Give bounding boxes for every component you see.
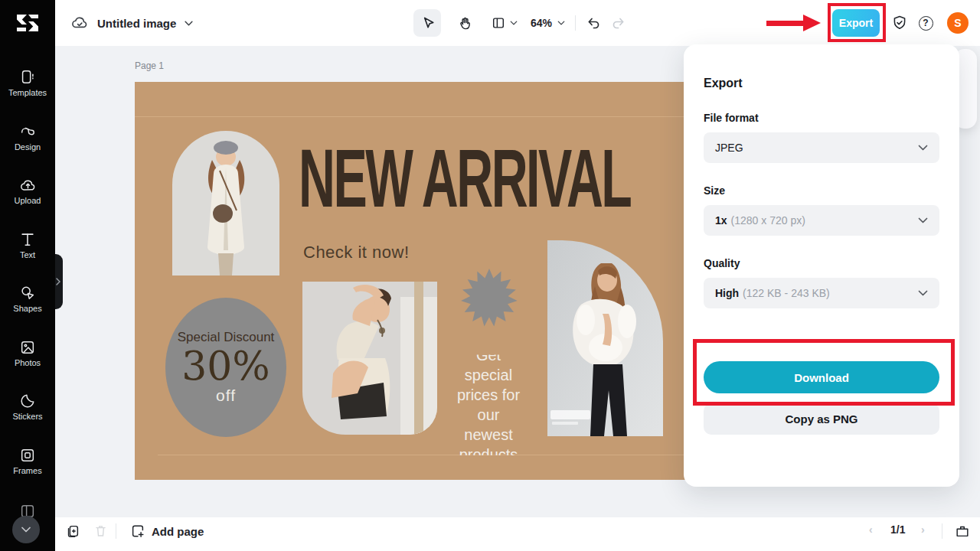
sidebar-item-frames[interactable]: Frames — [0, 447, 55, 475]
promo-line-partial: products — [441, 445, 536, 455]
prev-page-button[interactable]: ‹ — [869, 523, 873, 536]
canvas-ratio-icon — [492, 16, 505, 30]
bottombar-divider — [116, 523, 116, 539]
pagination-divider — [942, 523, 942, 539]
capcut-logo-icon — [15, 13, 41, 33]
stock-watermark — [550, 410, 590, 419]
sidebar-item-text[interactable]: Text — [0, 231, 55, 259]
hand-tool-button[interactable] — [451, 9, 479, 37]
shield-check-icon — [891, 15, 908, 31]
undo-button[interactable] — [586, 15, 601, 31]
size-dropdown[interactable]: 1x (980 x 551 px) — [704, 205, 939, 236]
question-icon: ? — [919, 16, 933, 31]
quality-detail: (122 KB - 243 KB) — [743, 287, 830, 299]
promo-line: our — [441, 405, 536, 425]
safety-shield-button[interactable] — [890, 14, 909, 32]
promo-line: special — [441, 365, 536, 385]
ratio-chevron-down-icon — [510, 21, 518, 25]
user-avatar[interactable]: S — [947, 12, 969, 34]
chevron-down-icon — [918, 145, 928, 151]
add-page-button[interactable]: Add page — [130, 523, 204, 539]
upload-icon — [19, 177, 37, 194]
sidebar-item-shapes[interactable]: Shapes — [0, 285, 55, 313]
design-icon — [19, 123, 36, 140]
present-button[interactable] — [955, 523, 970, 539]
stickers-icon — [19, 393, 36, 409]
size-detail: (980 x 551 px) — [731, 214, 805, 227]
design-headline: NEW ARRIVAL — [299, 135, 630, 221]
size-value: 1x — [715, 214, 727, 227]
annotation-box-download — [693, 339, 955, 406]
file-format-value: JPEG — [715, 142, 743, 154]
file-format-dropdown[interactable]: JPEG — [704, 132, 939, 163]
photo-man-sitting — [302, 282, 437, 435]
title-chevron-down-icon[interactable] — [185, 21, 193, 26]
redo-button[interactable] — [611, 15, 626, 31]
next-page-button[interactable]: › — [921, 523, 925, 536]
page-label: Page 1 — [135, 60, 164, 71]
add-page-icon — [130, 523, 145, 539]
annotation-box-export — [828, 3, 886, 42]
sidebar-scroll-down-button[interactable] — [12, 516, 40, 543]
starburst-shape — [459, 269, 519, 328]
frames-icon — [19, 447, 36, 464]
page-indicator: 1/1 — [890, 523, 905, 536]
promo-line: Get — [441, 345, 536, 365]
quality-value: High — [715, 287, 739, 299]
toolbar-divider — [575, 15, 576, 31]
export-panel-title: Export — [704, 77, 939, 90]
zoom-control[interactable]: 64% — [531, 17, 565, 29]
present-icon — [955, 523, 970, 539]
resize-canvas-button[interactable] — [488, 9, 521, 37]
annotation-arrow — [766, 21, 805, 26]
file-format-label: File format — [704, 112, 939, 124]
sidebar-item-templates[interactable]: Templates — [0, 69, 55, 97]
discount-ellipse: Special Discount 30% off — [165, 298, 286, 437]
help-button[interactable]: ? — [916, 14, 935, 32]
delete-page-button[interactable] — [93, 523, 108, 538]
zoom-level: 64% — [531, 17, 552, 29]
promo-text: Get special prices for our newest produc… — [441, 345, 536, 455]
shapes-icon — [19, 285, 36, 302]
quality-label: Quality — [704, 257, 939, 269]
templates-icon — [19, 69, 36, 86]
annotation-arrow-head — [803, 15, 821, 31]
capcut-logo[interactable] — [0, 0, 55, 46]
sidebar-item-photos[interactable]: Photos — [0, 339, 55, 367]
hand-icon — [458, 16, 472, 31]
document-title[interactable]: Untitled image — [97, 17, 176, 30]
text-icon — [19, 231, 36, 248]
discount-line2: off — [216, 386, 236, 405]
copy-as-png-button[interactable]: Copy as PNG — [704, 403, 939, 435]
cursor-icon — [420, 16, 435, 31]
promo-line: prices for — [441, 385, 536, 405]
photos-icon — [19, 339, 36, 356]
design-subheadline: Check it now! — [303, 243, 410, 262]
sidebar-item-design[interactable]: Design — [0, 123, 55, 152]
trash-icon — [93, 523, 108, 538]
chevron-down-icon — [918, 290, 928, 296]
sidebar-item-stickers[interactable]: Stickers — [0, 393, 55, 421]
photo-woman-beret — [172, 131, 279, 276]
photo-woman-fur — [547, 240, 663, 436]
duplicate-page-icon — [65, 523, 80, 539]
chevron-down-icon — [918, 217, 928, 223]
promo-line: newest — [441, 425, 536, 445]
add-page-label: Add page — [152, 525, 204, 538]
zoom-chevron-down-icon — [557, 21, 565, 25]
cloud-saved-icon — [70, 14, 89, 32]
duplicate-page-button[interactable] — [65, 523, 80, 539]
select-tool-button[interactable] — [413, 9, 441, 37]
chevron-right-icon — [56, 278, 60, 285]
export-panel: Export File format JPEG Size 1x (1280 x … — [684, 44, 959, 487]
chevron-down-icon — [21, 527, 31, 533]
quality-dropdown[interactable]: High (122 KB - 243 KB) — [704, 278, 939, 308]
discount-value: 30% — [181, 345, 270, 387]
sidebar-item-upload[interactable]: Upload — [0, 177, 55, 205]
size-label: Size — [704, 184, 939, 197]
